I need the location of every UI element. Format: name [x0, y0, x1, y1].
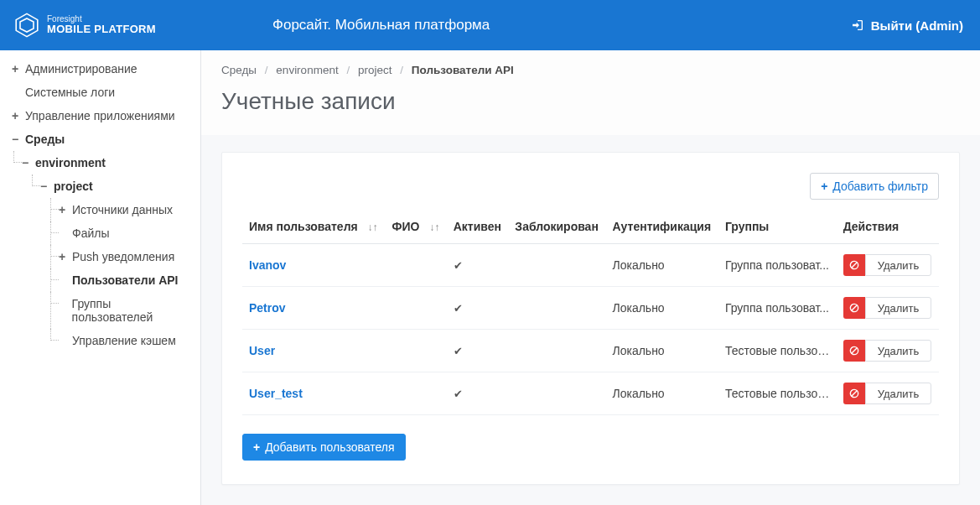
check-icon: ✔ [454, 388, 463, 400]
sidebar-item-user-groups[interactable]: Группы пользователей [0, 292, 200, 329]
add-user-label: Добавить пользователя [265, 440, 394, 454]
add-user-button[interactable]: + Добавить пользователя [242, 434, 406, 461]
check-icon: ✔ [454, 345, 463, 357]
delete-button[interactable]: Удалить [865, 297, 932, 319]
users-table: Имя пользователя ↓↑ ФИО ↓↑ Активен Забло… [242, 210, 939, 415]
breadcrumb-item[interactable]: project [358, 64, 392, 76]
svg-line-5 [851, 305, 857, 311]
cell-blocked [508, 330, 605, 372]
table-row: Petrov✔ЛокальноГруппа пользоват...Удалит… [242, 287, 939, 330]
delete-button[interactable]: Удалить [865, 340, 932, 362]
brand-sup: Foresight [47, 14, 156, 23]
app-title: Форсайт. Мобильная платформа [272, 17, 490, 34]
plus-icon: + [821, 180, 827, 193]
cell-fio [386, 372, 447, 415]
sort-icon: ↓↑ [368, 221, 378, 233]
brand-logo-icon [13, 12, 40, 39]
add-filter-label: Добавить фильтр [832, 180, 928, 193]
sidebar-label-push: Push уведомления [72, 250, 174, 263]
user-link[interactable]: User_test [249, 387, 303, 400]
plus-icon: + [8, 62, 22, 75]
cell-auth: Локально [605, 372, 718, 415]
users-panel: + Добавить фильтр Имя пользователя ↓↑ ФИ… [221, 152, 960, 485]
cell-blocked [508, 287, 605, 330]
cell-fio [386, 287, 447, 330]
breadcrumb-item[interactable]: Среды [221, 64, 257, 76]
sidebar-label-syslogs: Системные логи [25, 86, 115, 99]
cell-groups: Группа пользоват... [718, 287, 837, 330]
cell-active: ✔ [447, 287, 509, 330]
user-link[interactable]: Ivanov [249, 258, 286, 272]
breadcrumb: Среды / environment / project / Пользова… [201, 50, 980, 81]
add-filter-button[interactable]: + Добавить фильтр [810, 173, 939, 200]
sidebar-item-environment[interactable]: − environment [0, 151, 200, 174]
svg-line-3 [851, 263, 857, 268]
user-link[interactable]: User [249, 344, 275, 357]
cell-fio [386, 330, 447, 372]
minus-icon: − [8, 133, 22, 146]
col-blocked[interactable]: Заблокирован [508, 210, 605, 244]
page-title: Учетные записи [201, 81, 980, 135]
sidebar-item-push[interactable]: + Push уведомления [0, 245, 200, 268]
cell-active: ✔ [447, 372, 509, 415]
sidebar-item-project[interactable]: − project [0, 174, 200, 198]
table-row: User_test✔ЛокальноТестовые пользов...Уда… [242, 372, 939, 415]
sidebar-label-project: project [54, 180, 93, 193]
topbar: Foresight MOBILE PLATFORM Форсайт. Мобил… [0, 0, 980, 50]
check-icon: ✔ [454, 302, 463, 315]
brand-main: MOBILE PLATFORM [47, 23, 156, 35]
sidebar-item-syslogs[interactable]: Системные логи [0, 81, 200, 104]
cell-active: ✔ [447, 244, 509, 287]
delete-button[interactable]: Удалить [865, 254, 932, 276]
plus-icon: + [8, 109, 22, 122]
sidebar-label-datasources: Источники данных [72, 203, 173, 216]
content-area: Среды / environment / project / Пользова… [201, 50, 980, 505]
svg-marker-0 [16, 13, 38, 36]
cell-blocked [508, 244, 605, 287]
svg-line-9 [851, 391, 857, 397]
col-groups[interactable]: Группы [718, 210, 837, 244]
sidebar-label-user-groups: Группы пользователей [72, 297, 192, 324]
sidebar-label-env-root: Среды [25, 133, 65, 146]
col-actions: Действия [837, 210, 939, 244]
breadcrumb-item[interactable]: environment [276, 64, 338, 76]
cell-groups: Тестовые пользов... [718, 372, 837, 415]
cell-auth: Локально [605, 244, 718, 287]
sidebar-item-apps[interactable]: + Управление приложениями [0, 104, 200, 128]
sidebar-item-admin[interactable]: + Администрирование [0, 57, 200, 81]
user-link[interactable]: Petrov [249, 301, 286, 315]
svg-line-7 [851, 348, 857, 354]
cell-fio [386, 244, 447, 287]
sidebar: + Администрирование Системные логи + Упр… [0, 50, 201, 505]
sidebar-label-admin: Администрирование [25, 62, 137, 75]
logout-button[interactable]: Выйти (Admin) [851, 18, 963, 33]
sidebar-item-files[interactable]: Файлы [0, 221, 200, 245]
delete-button[interactable]: Удалить [865, 383, 932, 404]
breadcrumb-current: Пользователи API [412, 64, 514, 76]
sort-icon: ↓↑ [429, 221, 439, 233]
cell-groups: Тестовые пользов... [718, 330, 837, 372]
sidebar-item-cache[interactable]: Управление кэшем [0, 329, 200, 352]
sidebar-item-datasources[interactable]: + Источники данных [0, 198, 200, 221]
sidebar-item-env-root[interactable]: − Среды [0, 128, 200, 151]
forbidden-icon [843, 297, 865, 319]
forbidden-icon [843, 340, 865, 362]
col-fio[interactable]: ФИО ↓↑ [386, 210, 447, 244]
col-username[interactable]: Имя пользователя ↓↑ [242, 210, 386, 244]
table-row: Ivanov✔ЛокальноГруппа пользоват...Удалит… [242, 244, 939, 287]
cell-groups: Группа пользоват... [718, 244, 837, 287]
sidebar-item-api-users[interactable]: Пользователи API [0, 268, 200, 292]
cell-blocked [508, 372, 605, 415]
cell-auth: Локально [605, 330, 718, 372]
col-auth[interactable]: Аутентификация [605, 210, 718, 244]
sidebar-label-environment: environment [35, 156, 106, 169]
logout-label: Выйти (Admin) [871, 18, 963, 33]
logout-icon [851, 18, 864, 32]
cell-active: ✔ [447, 330, 509, 372]
check-icon: ✔ [454, 259, 463, 272]
col-active[interactable]: Активен [447, 210, 509, 244]
sidebar-label-apps: Управление приложениями [25, 109, 175, 122]
sidebar-label-files: Файлы [72, 226, 109, 240]
table-row: User✔ЛокальноТестовые пользов...Удалить [242, 330, 939, 372]
forbidden-icon [843, 383, 865, 404]
